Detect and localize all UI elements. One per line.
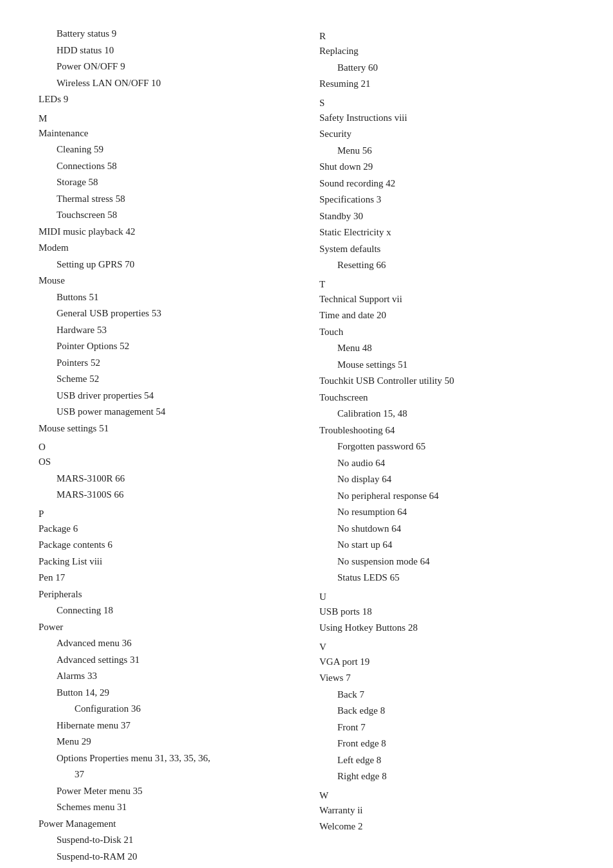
right-column: RReplacingBattery 60Resuming 21SSafety I… [319,26,574,868]
index-columns: Battery status 9HDD status 10Power ON/OF… [39,26,574,868]
index-entry: Buttons 51 [39,289,294,306]
index-entry: Warranty ii [319,802,574,819]
index-entry: Configuration 36 [39,701,294,718]
index-entry: Safety Instructions viii [319,110,574,127]
index-entry: Menu 56 [319,143,574,159]
index-entry: Touchscreen [319,390,574,406]
index-entry: Advanced menu 36 [39,635,294,652]
left-column: Battery status 9HDD status 10Power ON/OF… [39,26,294,868]
index-entry: Power [39,619,294,636]
index-entry: Pen 17 [39,570,294,586]
index-entry: Power ON/OFF 9 [39,59,294,75]
index-entry: Mouse settings 51 [39,420,294,437]
index-entry: Package 6 [39,521,294,538]
index-entry: Suspend-to-RAM 20 [39,849,294,865]
index-entry: Specifications 3 [319,192,574,208]
section-letter: M [39,113,294,124]
index-entry: System defaults [319,241,574,258]
index-entry: Suspend-to-Disk 21 [39,832,294,849]
index-entry: Resuming 21 [319,76,574,93]
index-entry: Front 7 [319,719,574,736]
index-entry: Touchscreen 58 [39,207,294,224]
index-entry: Status LEDS 65 [319,570,574,586]
index-entry: Mouse [39,273,294,289]
index-entry: MIDI music playback 42 [39,224,294,240]
index-entry: Security [319,126,574,143]
index-entry: Technical Support vii [319,291,574,308]
index-entry: Welcome 2 [319,818,574,835]
index-entry: No audio 64 [319,455,574,472]
index-entry: Resetting 66 [319,257,574,274]
index-entry: Views 7 [319,670,574,687]
index-entry: Power Meter menu 35 [39,783,294,800]
index-entry: Standby 30 [319,208,574,225]
index-entry: Shut down 29 [319,159,574,176]
index-entry: Alarms 33 [39,668,294,685]
section-letter: T [319,279,574,290]
index-entry: Button 14, 29 [39,685,294,701]
index-entry: LEDs 9 [39,91,294,108]
index-entry: HDD status 10 [39,42,294,59]
index-entry: MARS-3100R 66 [39,471,294,487]
index-entry: OS [39,454,294,471]
section-letter: P [39,509,294,520]
index-entry: Forgotten password 65 [319,439,574,455]
index-entry: No peripheral response 64 [319,488,574,505]
index-entry: Sound recording 42 [319,176,574,192]
index-entry: Advanced settings 31 [39,652,294,669]
index-entry: No display 64 [319,471,574,488]
index-entry: Hardware 53 [39,322,294,339]
index-entry: Maintenance [39,125,294,142]
index-entry: Connections 58 [39,158,294,175]
index-entry: No shutdown 64 [319,521,574,538]
index-entry: Touchkit USB Controller utility 50 [319,373,574,390]
index-entry: Package contents 6 [39,537,294,554]
index-entry: Pointer Options 52 [39,338,294,355]
index-entry: Troubleshooting 64 [319,422,574,439]
index-entry: Hibernate menu 37 [39,718,294,734]
index-entry: Setting up GPRS 70 [39,257,294,273]
index-entry: Time and date 20 [319,307,574,324]
index-entry: Replacing [319,43,574,60]
index-entry: Battery status 9 [39,26,294,42]
index-entry: Back 7 [319,687,574,703]
index-entry: Schemes menu 31 [39,799,294,816]
index-entry: Product Labelling x [39,865,294,868]
index-entry: Calibration 15, 48 [319,406,574,422]
index-entry: USB ports 18 [319,604,574,620]
index-entry: Left edge 8 [319,752,574,769]
index-entry: Thermal stress 58 [39,191,294,208]
section-letter: S [319,98,574,109]
index-entry: Front edge 8 [319,736,574,752]
section-letter: O [39,442,294,453]
index-entry: Menu 29 [39,734,294,750]
index-entry: Storage 58 [39,174,294,191]
index-entry: Cleaning 59 [39,141,294,158]
index-entry: Right edge 8 [319,768,574,785]
section-letter: V [319,642,574,653]
index-entry: VGA port 19 [319,654,574,671]
index-entry: Modem [39,240,294,257]
index-entry: Mouse settings 51 [319,357,574,374]
index-entry: 37 [39,766,294,783]
index-entry: Back edge 8 [319,703,574,719]
index-entry: General USB properties 53 [39,305,294,322]
index-entry: Peripherals [39,586,294,603]
index-entry: Pointers 52 [39,355,294,372]
index-entry: Touch [319,324,574,341]
index-entry: Static Electricity x [319,224,574,241]
section-letter: R [319,31,574,42]
section-letter: U [319,592,574,602]
index-entry: Packing List viii [39,554,294,570]
index-entry: Battery 60 [319,60,574,77]
index-entry: USB driver properties 54 [39,388,294,404]
index-entry: No resumption 64 [319,504,574,521]
index-entry: MARS-3100S 66 [39,487,294,503]
index-entry: Wireless LAN ON/OFF 10 [39,75,294,92]
index-entry: Options Properties menu 31, 33, 35, 36, [39,750,294,767]
index-entry: Power Management [39,816,294,833]
section-letter: W [319,790,574,801]
index-entry: Menu 48 [319,340,574,357]
index-entry: Connecting 18 [39,602,294,619]
index-entry: Scheme 52 [39,371,294,388]
